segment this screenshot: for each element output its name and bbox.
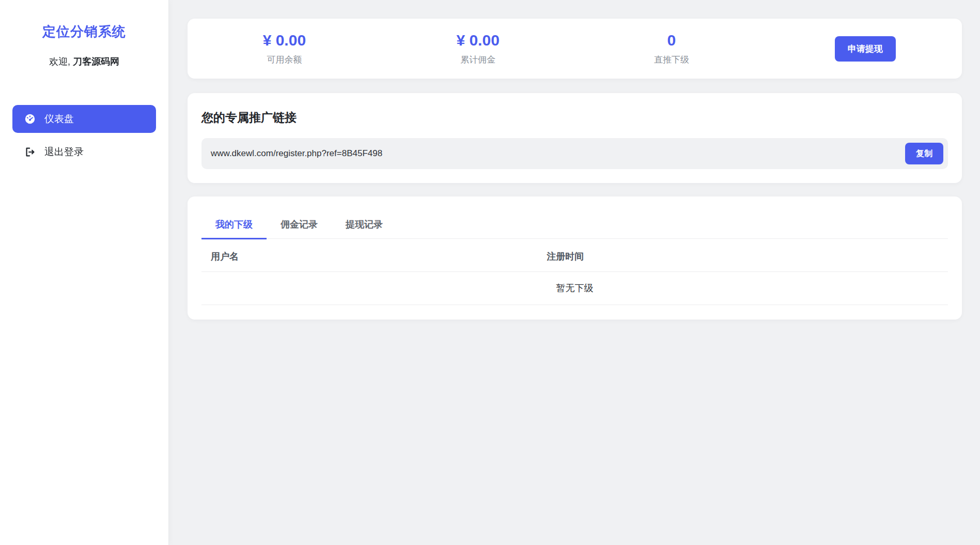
sidebar-item-dashboard[interactable]: 仪表盘: [12, 105, 156, 133]
records-tabs: 我的下级 佣金记录 提现记录: [201, 196, 948, 239]
tab-my-subordinates[interactable]: 我的下级: [201, 212, 267, 239]
column-header-register-time: 注册时间: [537, 239, 948, 272]
promo-heading: 您的专属推广链接: [201, 110, 948, 126]
stat-label: 直推下级: [654, 54, 689, 66]
sidebar-item-logout[interactable]: 退出登录: [12, 138, 156, 166]
stats-card: ¥ 0.00 可用余额 ¥ 0.00 累计佣金 0 直推下级 申请提现: [188, 19, 962, 79]
table-empty-row: 暂无下级: [201, 272, 948, 305]
main-content: ¥ 0.00 可用余额 ¥ 0.00 累计佣金 0 直推下级 申请提现 您的专属…: [169, 0, 980, 320]
tab-commission-records[interactable]: 佣金记录: [267, 212, 332, 239]
welcome-username: 刀客源码网: [73, 56, 119, 67]
sidebar-item-label: 仪表盘: [44, 112, 74, 126]
stat-value: ¥ 0.00: [263, 32, 306, 49]
stat-direct-subordinates: 0 直推下级: [575, 32, 769, 66]
sidebar-item-label: 退出登录: [44, 145, 84, 159]
empty-state-text: 暂无下级: [201, 272, 948, 305]
withdraw-button-cell: 申请提现: [768, 36, 962, 62]
apply-withdraw-button[interactable]: 申请提现: [835, 36, 896, 62]
copy-button[interactable]: 复制: [905, 143, 943, 164]
stat-label: 累计佣金: [460, 54, 495, 66]
promo-link-card: 您的专属推广链接 www.dkewl.com/register.php?ref=…: [188, 93, 962, 183]
tab-withdraw-records[interactable]: 提现记录: [332, 212, 397, 239]
stat-value: 0: [667, 32, 676, 49]
sidebar-menu: 仪表盘 退出登录: [0, 105, 168, 166]
stat-total-commission: ¥ 0.00 累计佣金: [381, 32, 575, 66]
promo-link-box: www.dkewl.com/register.php?ref=8B45F498 …: [201, 138, 948, 169]
stat-available-balance: ¥ 0.00 可用余额: [188, 32, 381, 66]
logout-icon: [24, 146, 36, 158]
column-header-username: 用户名: [201, 239, 537, 272]
subordinates-table: 用户名 注册时间 暂无下级: [201, 239, 948, 305]
welcome-prefix: 欢迎,: [49, 56, 73, 67]
dashboard-icon: [24, 113, 36, 125]
table-header-row: 用户名 注册时间: [201, 239, 948, 272]
app-title: 定位分销系统: [0, 23, 168, 41]
records-card: 我的下级 佣金记录 提现记录 用户名 注册时间 暂无下级: [188, 196, 962, 320]
stat-value: ¥ 0.00: [456, 32, 499, 49]
promo-link-text[interactable]: www.dkewl.com/register.php?ref=8B45F498: [201, 148, 905, 159]
sidebar: 定位分销系统 欢迎, 刀客源码网 仪表盘: [0, 0, 169, 545]
welcome-text: 欢迎, 刀客源码网: [0, 55, 168, 68]
stat-label: 可用余额: [267, 54, 302, 66]
